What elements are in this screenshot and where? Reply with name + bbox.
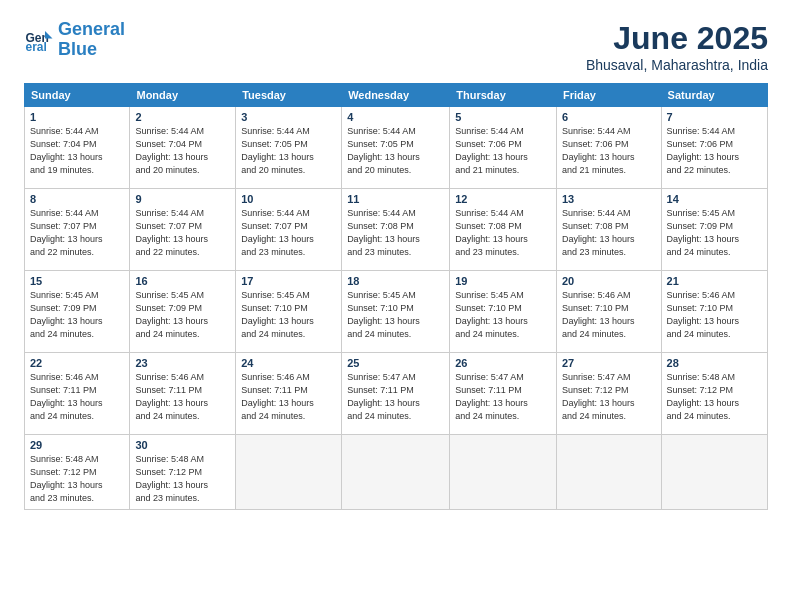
day-info: Sunrise: 5:48 AMSunset: 7:12 PMDaylight:…	[135, 453, 230, 505]
day-number: 14	[667, 193, 762, 205]
day-info: Sunrise: 5:47 AMSunset: 7:11 PMDaylight:…	[347, 371, 444, 423]
day-info: Sunrise: 5:46 AMSunset: 7:11 PMDaylight:…	[135, 371, 230, 423]
day-info: Sunrise: 5:44 AMSunset: 7:06 PMDaylight:…	[562, 125, 656, 177]
day-info: Sunrise: 5:44 AMSunset: 7:08 PMDaylight:…	[455, 207, 551, 259]
weekday-header-saturday: Saturday	[661, 84, 767, 107]
day-info: Sunrise: 5:45 AMSunset: 7:09 PMDaylight:…	[667, 207, 762, 259]
calendar-cell	[661, 435, 767, 510]
day-number: 10	[241, 193, 336, 205]
day-info: Sunrise: 5:44 AMSunset: 7:05 PMDaylight:…	[347, 125, 444, 177]
day-number: 20	[562, 275, 656, 287]
week-row-4: 22Sunrise: 5:46 AMSunset: 7:11 PMDayligh…	[25, 353, 768, 435]
logo: Gen eral General Blue	[24, 20, 125, 60]
day-info: Sunrise: 5:46 AMSunset: 7:10 PMDaylight:…	[667, 289, 762, 341]
day-number: 11	[347, 193, 444, 205]
calendar-cell	[236, 435, 342, 510]
day-info: Sunrise: 5:46 AMSunset: 7:10 PMDaylight:…	[562, 289, 656, 341]
logo-line1: General	[58, 19, 125, 39]
day-number: 3	[241, 111, 336, 123]
day-info: Sunrise: 5:45 AMSunset: 7:09 PMDaylight:…	[30, 289, 124, 341]
day-info: Sunrise: 5:46 AMSunset: 7:11 PMDaylight:…	[30, 371, 124, 423]
day-number: 1	[30, 111, 124, 123]
calendar-cell: 27Sunrise: 5:47 AMSunset: 7:12 PMDayligh…	[556, 353, 661, 435]
calendar-cell: 9Sunrise: 5:44 AMSunset: 7:07 PMDaylight…	[130, 189, 236, 271]
calendar-cell: 5Sunrise: 5:44 AMSunset: 7:06 PMDaylight…	[450, 107, 557, 189]
calendar-cell: 17Sunrise: 5:45 AMSunset: 7:10 PMDayligh…	[236, 271, 342, 353]
weekday-header-monday: Monday	[130, 84, 236, 107]
calendar-cell: 11Sunrise: 5:44 AMSunset: 7:08 PMDayligh…	[342, 189, 450, 271]
calendar-cell: 24Sunrise: 5:46 AMSunset: 7:11 PMDayligh…	[236, 353, 342, 435]
day-number: 8	[30, 193, 124, 205]
day-number: 29	[30, 439, 124, 451]
calendar-cell: 8Sunrise: 5:44 AMSunset: 7:07 PMDaylight…	[25, 189, 130, 271]
day-number: 19	[455, 275, 551, 287]
svg-text:eral: eral	[26, 40, 47, 54]
calendar-cell: 14Sunrise: 5:45 AMSunset: 7:09 PMDayligh…	[661, 189, 767, 271]
calendar-cell: 19Sunrise: 5:45 AMSunset: 7:10 PMDayligh…	[450, 271, 557, 353]
day-info: Sunrise: 5:44 AMSunset: 7:07 PMDaylight:…	[30, 207, 124, 259]
day-info: Sunrise: 5:45 AMSunset: 7:10 PMDaylight:…	[241, 289, 336, 341]
weekday-header-sunday: Sunday	[25, 84, 130, 107]
calendar-cell: 18Sunrise: 5:45 AMSunset: 7:10 PMDayligh…	[342, 271, 450, 353]
day-number: 23	[135, 357, 230, 369]
calendar-cell: 4Sunrise: 5:44 AMSunset: 7:05 PMDaylight…	[342, 107, 450, 189]
calendar-table: SundayMondayTuesdayWednesdayThursdayFrid…	[24, 83, 768, 510]
location: Bhusaval, Maharashtra, India	[586, 57, 768, 73]
day-number: 6	[562, 111, 656, 123]
day-number: 12	[455, 193, 551, 205]
day-number: 13	[562, 193, 656, 205]
day-info: Sunrise: 5:44 AMSunset: 7:05 PMDaylight:…	[241, 125, 336, 177]
day-info: Sunrise: 5:44 AMSunset: 7:07 PMDaylight:…	[135, 207, 230, 259]
day-number: 9	[135, 193, 230, 205]
calendar-cell: 22Sunrise: 5:46 AMSunset: 7:11 PMDayligh…	[25, 353, 130, 435]
day-info: Sunrise: 5:44 AMSunset: 7:06 PMDaylight:…	[455, 125, 551, 177]
calendar-cell: 2Sunrise: 5:44 AMSunset: 7:04 PMDaylight…	[130, 107, 236, 189]
day-info: Sunrise: 5:44 AMSunset: 7:04 PMDaylight:…	[30, 125, 124, 177]
weekday-header-row: SundayMondayTuesdayWednesdayThursdayFrid…	[25, 84, 768, 107]
calendar-cell: 28Sunrise: 5:48 AMSunset: 7:12 PMDayligh…	[661, 353, 767, 435]
day-number: 15	[30, 275, 124, 287]
calendar-cell: 25Sunrise: 5:47 AMSunset: 7:11 PMDayligh…	[342, 353, 450, 435]
calendar-cell: 26Sunrise: 5:47 AMSunset: 7:11 PMDayligh…	[450, 353, 557, 435]
calendar-cell: 7Sunrise: 5:44 AMSunset: 7:06 PMDaylight…	[661, 107, 767, 189]
calendar-cell: 16Sunrise: 5:45 AMSunset: 7:09 PMDayligh…	[130, 271, 236, 353]
calendar-cell: 15Sunrise: 5:45 AMSunset: 7:09 PMDayligh…	[25, 271, 130, 353]
day-info: Sunrise: 5:48 AMSunset: 7:12 PMDaylight:…	[667, 371, 762, 423]
weekday-header-wednesday: Wednesday	[342, 84, 450, 107]
day-info: Sunrise: 5:44 AMSunset: 7:04 PMDaylight:…	[135, 125, 230, 177]
day-number: 30	[135, 439, 230, 451]
day-info: Sunrise: 5:45 AMSunset: 7:09 PMDaylight:…	[135, 289, 230, 341]
calendar-cell: 13Sunrise: 5:44 AMSunset: 7:08 PMDayligh…	[556, 189, 661, 271]
day-number: 4	[347, 111, 444, 123]
calendar-cell	[342, 435, 450, 510]
calendar-cell: 23Sunrise: 5:46 AMSunset: 7:11 PMDayligh…	[130, 353, 236, 435]
logo-line2: Blue	[58, 39, 97, 59]
weekday-header-tuesday: Tuesday	[236, 84, 342, 107]
calendar-cell	[450, 435, 557, 510]
week-row-5: 29Sunrise: 5:48 AMSunset: 7:12 PMDayligh…	[25, 435, 768, 510]
day-number: 24	[241, 357, 336, 369]
calendar-cell: 29Sunrise: 5:48 AMSunset: 7:12 PMDayligh…	[25, 435, 130, 510]
calendar-cell: 10Sunrise: 5:44 AMSunset: 7:07 PMDayligh…	[236, 189, 342, 271]
day-number: 28	[667, 357, 762, 369]
day-info: Sunrise: 5:47 AMSunset: 7:11 PMDaylight:…	[455, 371, 551, 423]
day-number: 16	[135, 275, 230, 287]
day-number: 5	[455, 111, 551, 123]
calendar-cell: 12Sunrise: 5:44 AMSunset: 7:08 PMDayligh…	[450, 189, 557, 271]
day-number: 2	[135, 111, 230, 123]
header: Gen eral General Blue June 2025 Bhusaval…	[24, 20, 768, 73]
day-number: 7	[667, 111, 762, 123]
day-info: Sunrise: 5:44 AMSunset: 7:06 PMDaylight:…	[667, 125, 762, 177]
day-info: Sunrise: 5:44 AMSunset: 7:08 PMDaylight:…	[562, 207, 656, 259]
logo-icon: Gen eral	[24, 25, 54, 55]
logo-text: General Blue	[58, 20, 125, 60]
day-info: Sunrise: 5:47 AMSunset: 7:12 PMDaylight:…	[562, 371, 656, 423]
weekday-header-thursday: Thursday	[450, 84, 557, 107]
page: Gen eral General Blue June 2025 Bhusaval…	[0, 0, 792, 612]
day-number: 22	[30, 357, 124, 369]
day-number: 25	[347, 357, 444, 369]
day-number: 17	[241, 275, 336, 287]
title-block: June 2025 Bhusaval, Maharashtra, India	[586, 20, 768, 73]
day-info: Sunrise: 5:46 AMSunset: 7:11 PMDaylight:…	[241, 371, 336, 423]
day-info: Sunrise: 5:44 AMSunset: 7:08 PMDaylight:…	[347, 207, 444, 259]
